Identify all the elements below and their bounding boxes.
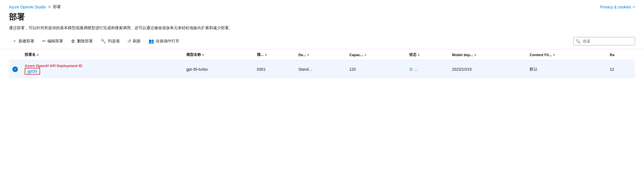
ra-cell: 12 [606, 60, 635, 78]
page-description: 通过部署，可以针对所提供的基本模型或微调模型进行完成和搜索调用。还可以通过修改缩… [9, 25, 635, 31]
page-header: 部署 通过部署，可以针对所提供的基本模型或微调模型进行完成和搜索调用。还可以通过… [0, 10, 644, 31]
open-playground-label: 在操场中打开 [156, 39, 179, 44]
refresh-label: 刷新 [133, 39, 141, 44]
col-capacity[interactable]: Capac... ∨ [346, 49, 406, 60]
col-model[interactable]: 模型名称 ∨ [183, 49, 254, 60]
playground-icon: 👥 [149, 38, 154, 44]
deployment-name-box: gpt35 [25, 68, 40, 75]
row-checkbox-cell[interactable]: ✓ [9, 60, 21, 78]
sort-icon: ∨ [364, 53, 366, 56]
col-version[interactable]: 模... ∨ [254, 49, 295, 60]
table-header: 部署名 ∨ 模型名称 ∨ 模... ∨ [9, 49, 635, 60]
status-text: ... [414, 67, 418, 72]
open-playground-button[interactable]: 👥 在操场中打开 [145, 37, 183, 45]
deployment-type-cell: Stand... [295, 60, 346, 78]
col-model-dep[interactable]: Model dep... ∨ [449, 49, 526, 60]
toolbar: ＋ 新建部署 ✏ 编辑部署 🗑 删除部署 🔧 列选项 ↺ 刷新 👥 在操场中打开… [0, 36, 644, 49]
version-cell: 0301 [254, 60, 295, 78]
privacy-label: Privacy & cookies [600, 5, 631, 9]
deployment-name-link[interactable]: gpt35 [27, 69, 37, 74]
refresh-icon: ↺ [128, 38, 131, 44]
search-container: 🔍 [573, 37, 635, 45]
sort-icon: ∨ [553, 53, 555, 56]
breadcrumb: Azure OpenAI Studio > 部署 [9, 4, 61, 10]
col-name[interactable]: 部署名 ∨ [21, 49, 183, 60]
col-content-filter[interactable]: Content Fil... ∨ [526, 49, 606, 60]
privacy-cookies-link[interactable]: Privacy & cookies ↗ [600, 5, 635, 9]
deployment-name-cell[interactable]: Azure OpenAI API Deployment ID gpt35 [21, 60, 183, 78]
search-input[interactable] [573, 37, 635, 45]
breadcrumb-current: 部署 [53, 4, 61, 10]
sort-icon: ∨ [202, 53, 204, 56]
col-checkbox [9, 49, 21, 60]
sort-icon: ∨ [37, 53, 39, 56]
edit-icon: ✏ [42, 38, 46, 44]
top-bar: Azure OpenAI Studio > 部署 Privacy & cooki… [0, 0, 644, 10]
col-deployment-type[interactable]: De... ∨ [295, 49, 346, 60]
external-link-icon: ↗ [632, 5, 635, 9]
sort-icon: ∨ [307, 53, 309, 56]
table-body: ✓ Azure OpenAI API Deployment ID gpt35 g… [9, 60, 635, 78]
table-container: 部署名 ∨ 模型名称 ∨ 模... ∨ [0, 49, 644, 78]
content-filter-cell: 默认 [526, 60, 606, 78]
checkbox-checked-icon: ✓ [12, 66, 18, 72]
plus-icon: ＋ [12, 38, 17, 44]
list-icon: 🔧 [101, 38, 106, 44]
model-dep-date-cell: 2023/10/15 [449, 60, 526, 78]
new-deployment-label: 新建部署 [18, 39, 34, 44]
toolbar-actions: ＋ 新建部署 ✏ 编辑部署 🗑 删除部署 🔧 列选项 ↺ 刷新 👥 在操场中打开 [9, 36, 573, 46]
search-icon: 🔍 [576, 39, 580, 43]
deployments-table: 部署名 ∨ 模型名称 ∨ 模... ∨ [9, 49, 635, 78]
edit-deployment-button[interactable]: ✏ 编辑部署 [39, 37, 66, 45]
table-row[interactable]: ✓ Azure OpenAI API Deployment ID gpt35 g… [9, 60, 635, 78]
sort-icon: ∨ [418, 53, 420, 56]
status-cell: ⊙ ... [406, 60, 449, 78]
sort-icon: ∨ [265, 53, 267, 56]
edit-deployment-label: 编辑部署 [47, 39, 63, 44]
breadcrumb-studio-link[interactable]: Azure OpenAI Studio [9, 5, 46, 9]
page-title: 部署 [9, 12, 635, 22]
deployment-tooltip-label: Azure OpenAI API Deployment ID [25, 64, 180, 68]
sort-icon: ∨ [474, 53, 476, 56]
list-options-button[interactable]: 🔧 列选项 [97, 37, 123, 45]
col-ra: Ra [606, 49, 635, 60]
capacity-cell: 120 [346, 60, 406, 78]
delete-deployment-button[interactable]: 🗑 删除部署 [68, 37, 96, 45]
list-options-label: 列选项 [108, 39, 120, 44]
model-name-cell: gpt-35-turbo [183, 60, 254, 78]
delete-icon: 🗑 [71, 39, 75, 44]
col-status[interactable]: 状态 ∨ [406, 49, 449, 60]
delete-deployment-label: 删除部署 [77, 39, 93, 44]
new-deployment-button[interactable]: ＋ 新建部署 [9, 36, 38, 46]
status-ok-icon: ⊙ [409, 66, 413, 72]
breadcrumb-separator: > [48, 4, 51, 10]
refresh-button[interactable]: ↺ 刷新 [124, 37, 144, 45]
